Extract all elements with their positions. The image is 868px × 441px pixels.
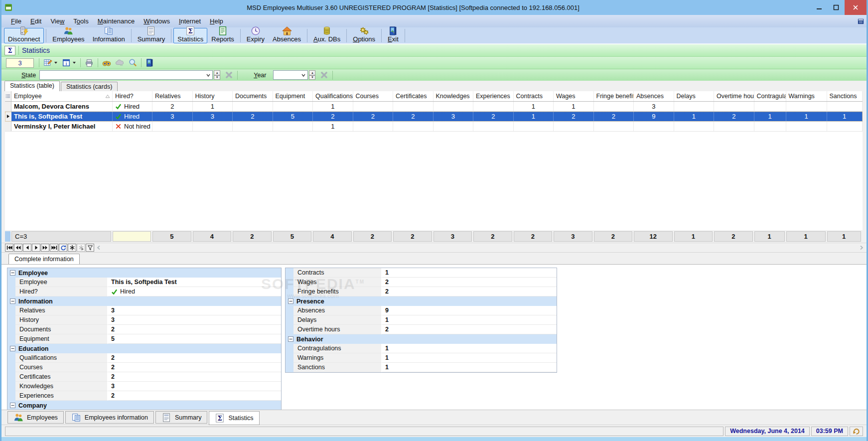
collapse-icon[interactable]	[10, 403, 15, 408]
row-selector[interactable]	[5, 112, 11, 121]
tab-statistics-table[interactable]: Statistics (table)	[4, 81, 60, 91]
column-header-hired[interactable]: Hired?	[113, 91, 152, 101]
nav-first-button[interactable]	[5, 244, 13, 252]
nav-prior-page-button[interactable]	[14, 244, 22, 252]
scroll-left-icon[interactable]	[97, 245, 101, 250]
toolbar-button-statistics[interactable]: ΣStatistics	[173, 28, 207, 43]
exit-door-button[interactable]	[144, 58, 156, 68]
menu-item-edit[interactable]: Edit	[26, 16, 46, 26]
collapse-icon[interactable]	[10, 298, 15, 304]
toolbar-button-information[interactable]: Information	[89, 28, 129, 43]
menu-item-internet[interactable]: Internet	[174, 16, 205, 26]
column-header-delays[interactable]: Delays	[674, 91, 715, 101]
toolbar-button-summary[interactable]: Summary	[134, 28, 169, 43]
collapse-icon[interactable]	[288, 336, 293, 342]
section-header-presence[interactable]: Presence	[286, 296, 557, 306]
bottom-tab-summary[interactable]: Summary	[155, 411, 207, 424]
bottom-tab-employees[interactable]: Employees	[7, 411, 64, 424]
year-clear-button[interactable]	[317, 70, 330, 80]
column-header-absences[interactable]: Absences	[634, 91, 674, 101]
nav-next-page-button[interactable]	[41, 244, 49, 252]
column-header-qualifications[interactable]: Qualifications	[313, 91, 353, 101]
menu-item-view[interactable]: View	[46, 16, 69, 26]
section-header-information[interactable]: Information	[7, 296, 281, 306]
column-header-overtime-hours[interactable]: Overtime hours	[714, 91, 754, 101]
bottom-tab-statistics[interactable]: ΣStatistics	[209, 411, 259, 425]
table-row[interactable]: This is, Softpedia TestHired332522232122…	[5, 112, 863, 122]
table-row[interactable]: Verminsky I, Peter MichaelNot hired1	[5, 122, 863, 132]
column-header-certificates[interactable]: Certificates	[393, 91, 434, 101]
magnifier-button[interactable]	[126, 58, 139, 68]
section-header-behavior[interactable]: Behavior	[286, 334, 557, 344]
maximize-button[interactable]	[828, 0, 845, 15]
status-refresh-icon[interactable]	[850, 427, 863, 436]
section-header-employee[interactable]: Employee	[7, 268, 281, 278]
column-header-relatives[interactable]: Relatives	[152, 91, 193, 101]
tab-complete-information[interactable]: Complete information	[8, 254, 80, 264]
edit-grid-button[interactable]	[41, 58, 60, 68]
column-header-contracts[interactable]: Contracts	[514, 91, 554, 101]
value-cell: 1	[514, 112, 554, 121]
toolbar-button-disconnect[interactable]: Disconnect	[4, 28, 44, 43]
bottom-tab-employees-information[interactable]: Employees information	[65, 411, 154, 424]
section-header-company[interactable]: Company	[7, 401, 281, 410]
print-button[interactable]	[83, 58, 96, 68]
column-header-documents[interactable]: Documents	[233, 91, 273, 101]
year-combobox[interactable]	[273, 70, 308, 80]
toolbar-button-exit[interactable]: Exit	[384, 28, 403, 43]
toolbar-button-absences[interactable]: Absences	[269, 28, 305, 43]
column-header-fringe-benefits[interactable]: Fringe benefits	[594, 91, 634, 101]
nav-prior-button[interactable]	[23, 244, 31, 252]
toolbar-button-expiry[interactable]: Expiry	[243, 28, 269, 43]
nav-last-button[interactable]	[50, 244, 58, 252]
column-header-history[interactable]: History	[193, 91, 233, 101]
info-card-button[interactable]: i	[60, 58, 78, 68]
toolbar-button-employees[interactable]: Employees	[48, 28, 88, 43]
state-clear-button[interactable]	[222, 70, 235, 80]
year-spinner[interactable]: ▲▼	[309, 70, 315, 80]
menu-item-maintenance[interactable]: Maintenance	[93, 16, 139, 26]
nav-insert-button[interactable]	[68, 244, 76, 252]
nav-refresh-button[interactable]	[59, 244, 67, 252]
mdi-window-icon[interactable]	[857, 18, 865, 25]
nav-next-button[interactable]	[32, 244, 40, 252]
column-header-sanctions[interactable]: Sanctions	[827, 91, 863, 101]
menu-item-windows[interactable]: Windows	[139, 16, 174, 26]
section-header-education[interactable]: Education	[7, 344, 281, 353]
collapse-icon[interactable]	[288, 298, 293, 304]
column-header-courses[interactable]: Courses	[353, 91, 394, 101]
minimize-button[interactable]	[811, 0, 828, 15]
detail-label: Warnings	[293, 353, 382, 363]
state-combobox[interactable]	[39, 70, 213, 80]
menu-item-tools[interactable]: Tools	[69, 16, 93, 26]
column-header-wages[interactable]: Wages	[554, 91, 594, 101]
toolbar-button-reports[interactable]: Reports	[207, 28, 238, 43]
row-selector[interactable]	[5, 102, 11, 111]
toolbar-button-options[interactable]: Options	[349, 28, 379, 43]
column-header-employee[interactable]: Employee	[11, 91, 113, 101]
nav-filter-button[interactable]	[86, 244, 94, 252]
absences-icon	[282, 27, 292, 36]
menu-item-help[interactable]: Help	[205, 16, 228, 26]
summary-count-cell: C=3	[11, 231, 111, 242]
tab-statistics-cards[interactable]: Statistics (cards)	[61, 82, 118, 91]
binoculars-button[interactable]	[100, 58, 113, 68]
detail-value: 1	[382, 344, 557, 353]
row-selector[interactable]	[5, 122, 11, 131]
column-header-knowledges[interactable]: Knowledges	[434, 91, 474, 101]
scroll-right-icon[interactable]	[860, 245, 864, 250]
toolbar-button-aux-dbs[interactable]: Aux. DBs	[309, 28, 344, 43]
value-cell	[554, 122, 594, 131]
column-header-equipment[interactable]: Equipment	[273, 91, 313, 101]
column-header-warnings[interactable]: Warnings	[786, 91, 827, 101]
table-row[interactable]: Malcom, Devora ClarensHired211113	[5, 102, 863, 112]
column-header-contragulati[interactable]: Contragulati	[754, 91, 786, 101]
detail-indent-strip	[286, 278, 293, 287]
collapse-icon[interactable]	[10, 270, 15, 276]
toolbar-separator	[80, 58, 81, 67]
menu-item-file[interactable]: File	[6, 16, 26, 26]
collapse-icon[interactable]	[10, 346, 15, 351]
column-header-experiences[interactable]: Experiences	[473, 91, 514, 101]
state-spinner[interactable]: ▲▼	[214, 70, 220, 80]
close-button[interactable]	[845, 0, 867, 15]
